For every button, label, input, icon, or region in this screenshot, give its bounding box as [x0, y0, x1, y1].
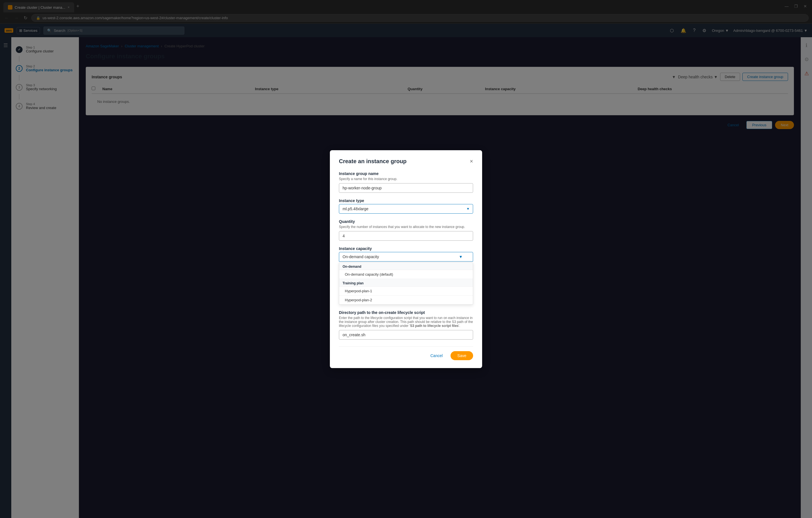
type-label: Instance type — [339, 199, 473, 203]
type-select[interactable]: ml.p5.48xlarge — [339, 204, 473, 214]
type-select-wrapper: ml.p5.48xlarge ▼ — [339, 204, 473, 214]
capacity-dropdown: On-demand On-demand capacity (default) T… — [339, 262, 473, 305]
name-hint: Specify a name for this instance group. — [339, 177, 473, 181]
form-group-capacity: Instance capacity On-demand capacity ▼ O… — [339, 246, 473, 305]
lifecycle-label: Directory path to the on-create lifecycl… — [339, 310, 473, 315]
create-instance-group-modal: Create an instance group × Instance grou… — [330, 150, 482, 368]
option-on-demand-default[interactable]: On-demand capacity (default) — [339, 270, 473, 279]
capacity-label: Instance capacity — [339, 246, 473, 251]
modal-cancel-btn[interactable]: Cancel — [426, 351, 447, 360]
quantity-input[interactable] — [339, 231, 473, 241]
modal-header: Create an instance group × — [339, 158, 473, 164]
quantity-label: Quantity — [339, 219, 473, 224]
capacity-select-wrapper: On-demand capacity ▼ On-demand On-demand… — [339, 252, 473, 305]
modal-title: Create an instance group — [339, 158, 407, 164]
lifecycle-hint: Enter the path to the lifecycle configur… — [339, 316, 473, 328]
capacity-select-display[interactable]: On-demand capacity ▼ — [339, 252, 473, 262]
name-input[interactable] — [339, 183, 473, 193]
option-hyperpod-plan-1[interactable]: Hyperpod-plan-1 — [339, 286, 473, 296]
lifecycle-input[interactable] — [339, 330, 473, 340]
modal-overlay: Create an instance group × Instance grou… — [0, 0, 812, 518]
modal-footer: Cancel Save — [339, 346, 473, 360]
modal-close-btn[interactable]: × — [470, 158, 473, 164]
quantity-hint: Specify the number of instances that you… — [339, 225, 473, 229]
form-group-name: Instance group name Specify a name for t… — [339, 171, 473, 193]
form-group-quantity: Quantity Specify the number of instances… — [339, 219, 473, 241]
modal-save-btn[interactable]: Save — [451, 351, 473, 360]
form-group-lifecycle: Directory path to the on-create lifecycl… — [339, 310, 473, 340]
form-group-type: Instance type ml.p5.48xlarge ▼ — [339, 199, 473, 214]
group-on-demand: On-demand — [339, 263, 473, 270]
option-hyperpod-plan-2[interactable]: Hyperpod-plan-2 — [339, 296, 473, 304]
capacity-arrow-icon: ▼ — [459, 254, 463, 259]
group-training-plan: Training plan — [339, 279, 473, 286]
capacity-selected-value: On-demand capacity — [343, 254, 379, 259]
name-label: Instance group name — [339, 171, 473, 176]
